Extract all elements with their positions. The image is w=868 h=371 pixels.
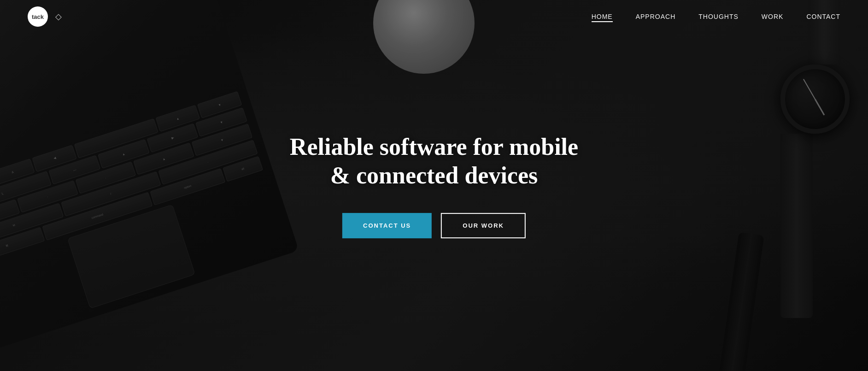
hero-title: Reliable software for mobile & connected…: [290, 133, 578, 190]
nav-link-work[interactable]: WORK: [762, 13, 784, 20]
nav-link-approach[interactable]: APPROACH: [636, 13, 676, 20]
nav-link-home[interactable]: HOME: [592, 13, 613, 22]
logo-area: tack ◇: [28, 6, 62, 27]
hero-buttons: CONTACT US OUR WORK: [290, 213, 578, 238]
contact-us-button[interactable]: CONTACT US: [342, 213, 432, 238]
notification-icon: ◇: [55, 12, 62, 22]
nav-links: HOME APPROACH THOUGHTS WORK CONTACT: [592, 12, 840, 21]
hero-section: P A ◀ ▲ ▼ L — ▲ ▶ ▼ K · · ▲ ▼: [0, 0, 868, 371]
our-work-button[interactable]: OUR WORK: [441, 213, 526, 238]
nav-link-contact[interactable]: CONTACT: [806, 13, 840, 20]
logo[interactable]: tack: [28, 6, 48, 27]
navbar: tack ◇ HOME APPROACH THOUGHTS WORK CONTA…: [0, 0, 868, 33]
hero-content: Reliable software for mobile & connected…: [290, 133, 578, 239]
nav-link-thoughts[interactable]: THOUGHTS: [698, 13, 739, 20]
